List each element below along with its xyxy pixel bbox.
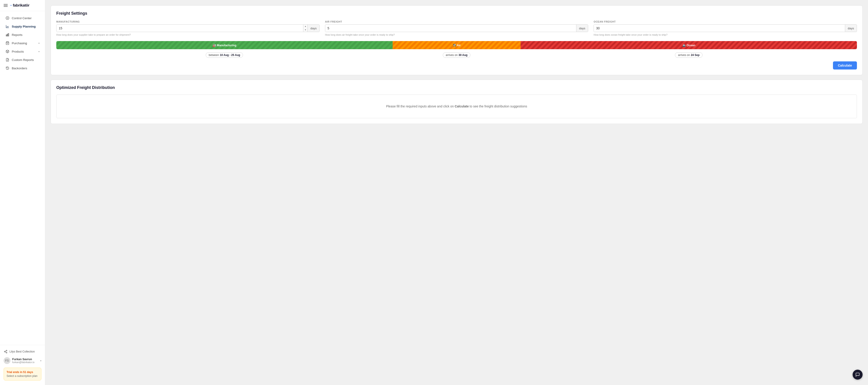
company-item[interactable]: Lilys Best Collection <box>2 348 43 355</box>
sidebar-item-control-center[interactable]: Control Center <box>2 14 43 22</box>
chevron-down-icon: ▾ <box>38 50 39 53</box>
user-item[interactable]: FS Furkan Savrun furkan@fabrikator.io ▾ <box>2 355 43 366</box>
air-date-value: 30 Aug <box>459 54 468 57</box>
air-freight-label: AIR FREIGHT <box>325 20 588 23</box>
svg-rect-2 <box>6 35 7 36</box>
calculate-button[interactable]: Calculate <box>833 61 857 70</box>
sidebar-header: ·· fabrikatör <box>0 0 45 11</box>
svg-point-11 <box>6 350 7 351</box>
air-date-pill: arrives on 30 Aug <box>443 53 470 58</box>
ocean-date-prefix: arrives on <box>678 54 690 57</box>
user-info: Furkan Savrun furkan@fabrikator.io <box>12 358 38 363</box>
sidebar-item-label: Purchasing <box>12 41 36 45</box>
sidebar-item-label: Supply Planning <box>12 25 39 28</box>
ocean-freight-field: OCEAN FREIGHT days How long does ocean f… <box>594 20 857 37</box>
manufacturing-date-value: 10 Aug - 25 Aug <box>220 54 240 57</box>
ocean-freight-hint: How long does ocean freight take once yo… <box>594 33 857 37</box>
ocean-freight-input[interactable] <box>594 25 845 32</box>
bar-air-label: ✈️ Air <box>453 43 461 47</box>
svg-rect-4 <box>8 33 9 36</box>
air-date-prefix: arrives on <box>446 54 458 57</box>
svg-point-1 <box>7 18 8 19</box>
freight-settings-title: Freight Settings <box>56 11 857 16</box>
svg-rect-3 <box>7 34 8 36</box>
air-freight-input[interactable] <box>325 25 576 32</box>
ocean-freight-unit: days <box>845 25 857 32</box>
avatar: FS <box>4 357 10 364</box>
trial-subtitle: Select a subscription plan <box>6 374 38 378</box>
user-email: furkan@fabrikator.io <box>12 361 38 363</box>
bar-ocean-label: 🚢 Ocean <box>682 43 695 47</box>
timeline-bar: 🏭 Manufacturing ✈️ Air 🚢 Ocean <box>56 41 857 49</box>
date-manufacturing: between 10 Aug - 25 Aug <box>56 53 393 58</box>
freight-settings-grid: MANUFACTURING ▲ ▼ days How long does you… <box>56 20 857 37</box>
sidebar-item-label: Products <box>12 50 36 53</box>
sidebar-item-reports[interactable]: Reports <box>2 31 43 39</box>
manufacturing-input[interactable] <box>57 25 303 32</box>
clock-return-icon <box>5 66 9 70</box>
sidebar-item-products[interactable]: Products ▾ <box>2 47 43 56</box>
sidebar-item-label: Control Center <box>12 16 39 20</box>
manufacturing-date-pill: between 10 Aug - 25 Aug <box>206 53 243 58</box>
air-freight-input-wrapper: days <box>325 24 588 32</box>
manufacturing-hint: How long does your supplier take to prep… <box>56 33 320 37</box>
manufacturing-label: MANUFACTURING <box>56 20 320 23</box>
manufacturing-field: MANUFACTURING ▲ ▼ days How long does you… <box>56 20 320 37</box>
bar-air: ✈️ Air <box>393 41 521 49</box>
sidebar: ·· fabrikatör Control Center Supply Plan… <box>0 0 45 385</box>
sidebar-item-label: Backorders <box>12 67 39 70</box>
manufacturing-unit: days <box>307 25 319 32</box>
trial-banner[interactable]: Trial ends in 51 days Select a subscript… <box>4 368 41 381</box>
air-freight-hint: How long does air freight take once your… <box>325 33 588 37</box>
calculate-row: Calculate <box>56 61 857 70</box>
logo: ·· fabrikatör <box>10 3 29 8</box>
svg-point-12 <box>4 351 5 352</box>
svg-point-13 <box>6 352 7 353</box>
air-freight-field: AIR FREIGHT days How long does air freig… <box>325 20 588 37</box>
sidebar-item-backorders[interactable]: Backorders <box>2 64 43 72</box>
svg-line-15 <box>5 351 6 351</box>
placeholder-text: Please fill the required inputs above an… <box>386 104 454 108</box>
date-labels-row: between 10 Aug - 25 Aug arrives on 30 Au… <box>56 53 857 58</box>
bar-manufacturing-label: 🏭 Manufacturing <box>213 43 237 47</box>
svg-line-14 <box>5 352 6 352</box>
ocean-freight-label: OCEAN FREIGHT <box>594 20 857 23</box>
optimized-placeholder: Please fill the required inputs above an… <box>56 95 857 118</box>
sidebar-item-label: Custom Reports <box>12 58 39 62</box>
ocean-date-pill: arrives on 24 Sep <box>675 53 702 58</box>
box-icon <box>5 49 9 54</box>
placeholder-bold: Calculate <box>455 104 469 108</box>
user-name: Furkan Savrun <box>12 358 38 361</box>
file-chart-icon <box>5 58 9 62</box>
bar-manufacturing: 🏭 Manufacturing <box>56 41 393 49</box>
manufacturing-input-wrapper: ▲ ▼ days <box>56 24 320 32</box>
shopping-bag-icon <box>5 41 9 45</box>
ocean-freight-input-wrapper: days <box>594 24 857 32</box>
manufacturing-spin-up[interactable]: ▲ <box>303 25 307 28</box>
manufacturing-spin-down[interactable]: ▼ <box>303 28 307 32</box>
sidebar-nav: Control Center Supply Planning Reports P… <box>0 11 45 345</box>
sidebar-item-purchasing[interactable]: Purchasing ▾ <box>2 39 43 47</box>
date-air: arrives on 30 Aug <box>393 53 521 58</box>
logo-dot: ·· <box>10 3 13 7</box>
manufacturing-spin: ▲ ▼ <box>303 25 307 32</box>
chat-button[interactable] <box>852 370 863 380</box>
ocean-date-value: 24 Sep <box>691 54 700 57</box>
bar-ocean: 🚢 Ocean <box>521 41 857 49</box>
optimized-freight-card: Optimized Freight Distribution Please fi… <box>51 80 863 124</box>
main-content: Freight Settings MANUFACTURING ▲ ▼ days … <box>45 0 868 385</box>
air-freight-unit: days <box>576 25 588 32</box>
placeholder-suffix: to see the freight distribution suggesti… <box>470 104 527 108</box>
sidebar-item-custom-reports[interactable]: Custom Reports <box>2 56 43 64</box>
chevron-down-icon: ▾ <box>40 359 41 362</box>
chart-network-icon <box>5 24 9 28</box>
sidebar-item-label: Reports <box>12 33 39 37</box>
share-nodes-icon <box>4 350 8 354</box>
company-name: Lilys Best Collection <box>9 350 35 353</box>
bar-chart-icon <box>5 33 9 37</box>
sidebar-item-supply-planning[interactable]: Supply Planning <box>2 22 43 31</box>
date-ocean: arrives on 24 Sep <box>521 53 857 58</box>
hamburger-menu-icon[interactable] <box>4 4 8 7</box>
freight-settings-card: Freight Settings MANUFACTURING ▲ ▼ days … <box>51 5 863 75</box>
optimized-freight-title: Optimized Freight Distribution <box>56 85 857 90</box>
